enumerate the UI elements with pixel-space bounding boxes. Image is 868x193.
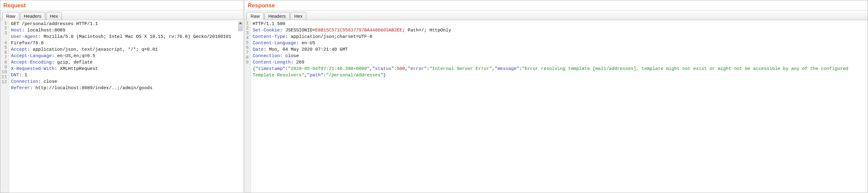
http-header-value: localhost:8089 (27, 28, 65, 33)
scroll-up-icon[interactable] (239, 22, 242, 24)
request-tabs: Raw Headers Hex (0, 10, 243, 20)
session-id: E8B15C571C55637797BA4486603AB2EE (315, 28, 402, 33)
http-header-name: Content-Type (253, 34, 285, 39)
http-header-name: Set-Cookie (253, 28, 280, 33)
response-tabs: Raw Headers Hex (245, 10, 868, 20)
request-panel: Request Raw Headers Hex 123 456789101112… (0, 0, 244, 193)
tab-headers[interactable]: Headers (264, 12, 290, 20)
code-line: Content-Type: application/json;charset=U… (253, 34, 866, 40)
http-header-name: Accept-Encoding (11, 60, 52, 65)
http-header-name: Connection (11, 79, 38, 84)
code-line: Accept-Encoding: gzip, deflate (11, 59, 241, 66)
json-string: "/personal/addresses" (326, 73, 383, 78)
json-brace: } (383, 73, 386, 78)
tab-raw[interactable]: Raw (247, 12, 264, 20)
code-line: DNT: 1 (11, 72, 241, 78)
code-line: Date: Mon, 04 May 2020 07:21:40 GMT (253, 46, 866, 53)
http-header-value: 269 (296, 60, 305, 65)
http-header-name: Accept (11, 47, 27, 52)
request-title: Request (0, 0, 243, 10)
response-gutter: 123456789 (245, 20, 251, 193)
http-header-name: Accept-Language (11, 53, 52, 58)
json-number: 500 (397, 66, 405, 71)
http-header-value: application/json;charset=UTF-8 (291, 34, 372, 39)
http-header-name: Connection (253, 53, 280, 58)
request-code[interactable]: GET /personal/addresses HTTP/1.1Host: lo… (9, 20, 243, 193)
code-line: Host: localhost:8089 (11, 27, 241, 34)
code-line: X-Requested-With: XMLHttpRequest (11, 66, 241, 72)
code-line: Content-Language: en-US (253, 40, 866, 46)
code-line: Content-Length: 269 (253, 59, 866, 66)
code-line: {"timestamp":"2020-05-04T07:21:40.398+00… (253, 66, 866, 78)
http-header-name: User-Agent (11, 34, 38, 39)
http-header-name: DNT (11, 73, 19, 78)
http-header-name: Content-Length (253, 60, 291, 65)
request-gutter: 123 456789101112 (0, 20, 9, 193)
response-title: Response (245, 0, 868, 10)
code-line: GET /personal/addresses HTTP/1.1 (11, 21, 241, 27)
http-header-value: 1 (25, 73, 27, 78)
tab-hex[interactable]: Hex (290, 12, 307, 20)
json-key: "message" (495, 66, 519, 71)
http-header-value: Mozilla/5.0 (Macintosh; Intel Mac OS X 1… (11, 34, 234, 45)
json-brace: { (253, 66, 255, 71)
code-line: Accept-Language: en-US,en;q=0.5 (11, 53, 241, 59)
http-header-name: Content-Language (253, 41, 296, 45)
json-string: "Internal Server Error" (429, 66, 492, 71)
tab-raw[interactable]: Raw (2, 12, 19, 20)
code-line: Set-Cookie: JSESSIONID=E8B15C571C5563779… (253, 27, 866, 34)
code-line: Referer: http://localhost:8089/index/..;… (11, 85, 241, 91)
http-header-value: Mon, 04 May 2020 07:21:40 GMT (269, 47, 348, 52)
http-header-name: Referer (11, 85, 30, 90)
http-header-name: X-Requested-With (11, 66, 55, 71)
response-editor[interactable]: 123456789 HTTP/1.1 500Set-Cookie: JSESSI… (245, 20, 868, 193)
http-header-value: close (43, 79, 57, 84)
http-header-value: application/json, text/javascript, */*; … (33, 47, 158, 52)
json-key: "path" (307, 73, 323, 78)
http-header-name: Host (11, 28, 22, 33)
code-line: Accept: application/json, text/javascrip… (11, 46, 241, 53)
json-key: "timestamp" (255, 66, 285, 71)
tab-headers[interactable]: Headers (20, 12, 45, 20)
http-header-name: Date (253, 47, 264, 52)
code-line: User-Agent: Mozilla/5.0 (Macintosh; Inte… (11, 34, 241, 46)
tab-hex[interactable]: Hex (46, 12, 62, 20)
http-header-value: XMLHttpRequest (60, 66, 98, 71)
json-string: "2020-05-04T07:21:40.398+0000" (288, 66, 369, 71)
request-editor[interactable]: 123 456789101112 GET /personal/addresses… (0, 20, 243, 193)
http-header-value: http://localhost:8089/index/..;/admin/go… (35, 85, 153, 90)
http-header-value: en-US,en;q=0.5 (57, 53, 95, 58)
response-code[interactable]: HTTP/1.1 500Set-Cookie: JSESSIONID=E8B15… (251, 20, 868, 193)
http-header-value: en-US (302, 41, 315, 45)
http-header-value: gzip, deflate (57, 60, 93, 65)
json-key: "status" (372, 66, 394, 71)
code-line: Connection: close (11, 78, 241, 85)
response-panel: Response Raw Headers Hex 123456789 HTTP/… (244, 0, 868, 193)
json-key: "error" (408, 66, 427, 71)
http-header-value: close (285, 53, 299, 58)
code-line: Connection: close (253, 53, 866, 59)
code-line: HTTP/1.1 500 (253, 21, 866, 27)
